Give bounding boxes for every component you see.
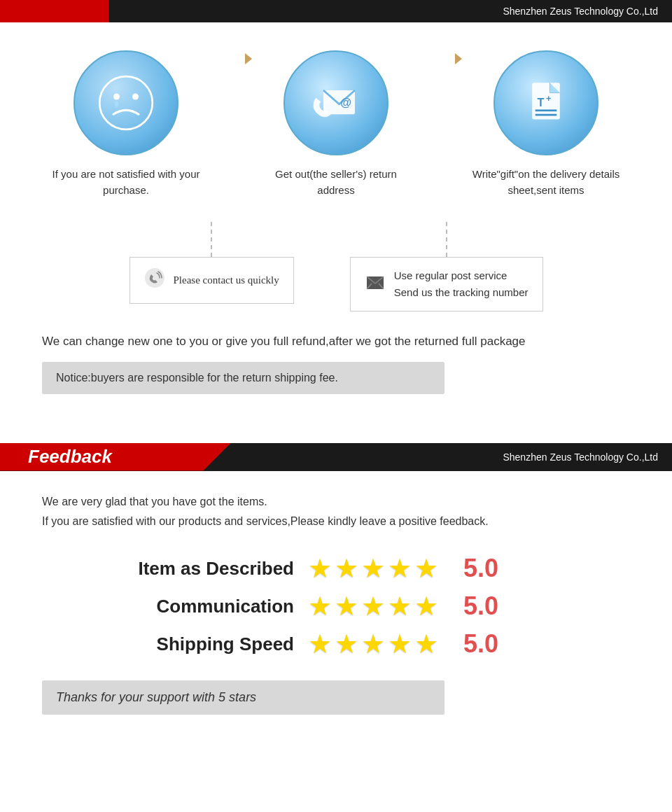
step-1: If you are not satisfied with your purch… [49, 50, 203, 198]
notice-box: Notice:buyers are responsible for the re… [42, 362, 444, 394]
step3-text: Write"gift"on the delivery details sheet… [469, 167, 623, 198]
info-text: We can change new one to you or give you… [42, 332, 630, 351]
star-icon: ★ [414, 591, 438, 622]
svg-text:@: @ [340, 96, 351, 108]
post-action-text: Use regular post service Send us the tra… [394, 267, 528, 301]
header-banner: Shenzhen Zeus Technology Co.,Ltd [0, 0, 672, 22]
svg-point-1 [113, 94, 120, 100]
star-icon: ★ [308, 591, 332, 622]
step-3: T + Write"gift"on the delivery details s… [469, 50, 623, 198]
step1-text: If you are not satisfied with your purch… [49, 167, 203, 198]
contact-action-text: Please contact us quickly [174, 274, 279, 286]
steps-row: If you are not satisfied with your purch… [42, 50, 630, 198]
post-action-box: Use regular post service Send us the tra… [350, 257, 543, 312]
feedback-intro-line1: We are very glad that you have got the i… [42, 492, 630, 512]
star-icon: ★ [308, 629, 332, 659]
rating-stars: ★★★★★ [308, 553, 438, 584]
arrow-2 [413, 50, 469, 123]
star-icon: ★ [388, 591, 412, 622]
feedback-section: We are very glad that you have got the i… [0, 471, 672, 743]
post-line1: Use regular post service [394, 267, 528, 284]
rating-score: 5.0 [463, 592, 498, 621]
star-icon: ★ [388, 553, 412, 584]
phone-contact-icon [144, 267, 165, 293]
star-icon: ★ [414, 553, 438, 584]
star-icon: ★ [361, 553, 385, 584]
post-line2: Send us the tracking number [394, 284, 528, 301]
arrow-1 [203, 50, 259, 123]
feedback-intro: We are very glad that you have got the i… [42, 492, 630, 533]
ratings-table: Item as Described★★★★★5.0Communication★★… [42, 553, 630, 659]
phone-email-icon: @ [304, 71, 368, 134]
svg-point-3 [115, 101, 118, 107]
dashed-line-1 [211, 222, 212, 257]
star-icon: ★ [308, 553, 332, 584]
sad-face-icon-circle [74, 50, 178, 155]
svg-point-2 [132, 94, 139, 100]
feedback-banner: Feedback Shenzhen Zeus Technology Co.,Lt… [0, 443, 672, 471]
rating-score: 5.0 [463, 554, 498, 583]
rating-stars: ★★★★★ [308, 591, 438, 622]
star-icon: ★ [335, 629, 358, 659]
rating-row: Shipping Speed★★★★★5.0 [98, 629, 630, 659]
rating-stars: ★★★★★ [308, 629, 438, 659]
step2-text: Get out(the seller's) return address [259, 167, 413, 198]
sad-face-icon [94, 71, 158, 134]
header-company: Shenzhen Zeus Technology Co.,Ltd [503, 6, 658, 17]
star-icon: ★ [335, 553, 358, 584]
feedback-intro-line2: If you are satisfied with our products a… [42, 512, 630, 532]
document-icon: T + [514, 71, 578, 134]
post-icon [365, 272, 386, 298]
rating-score: 5.0 [463, 629, 498, 659]
star-icon: ★ [414, 629, 438, 659]
arrow-right-icon-2 [420, 50, 462, 67]
rating-label: Shipping Speed [98, 634, 294, 655]
arrow-right-icon [210, 50, 252, 67]
rating-row: Item as Described★★★★★5.0 [98, 553, 630, 584]
star-icon: ★ [388, 629, 412, 659]
star-icon: ★ [335, 591, 358, 622]
phone-icon-circle: @ [284, 50, 388, 155]
svg-text:+: + [546, 94, 551, 104]
svg-marker-5 [245, 53, 252, 64]
contact-action-box: Please contact us quickly [130, 257, 294, 304]
star-icon: ★ [361, 591, 385, 622]
rating-label: Item as Described [98, 558, 294, 580]
star-icon: ★ [361, 629, 385, 659]
feedback-label: Feedback [28, 446, 112, 468]
dashed-line-2 [446, 222, 447, 257]
svg-marker-9 [455, 53, 462, 64]
thanks-box: Thanks for your support with 5 stars [42, 680, 444, 715]
rating-label: Communication [98, 596, 294, 617]
svg-text:T: T [537, 96, 544, 108]
feedback-company: Shenzhen Zeus Technology Co.,Ltd [503, 451, 658, 463]
document-icon-circle: T + [493, 50, 598, 155]
svg-point-0 [99, 76, 153, 130]
rating-row: Communication★★★★★5.0 [98, 591, 630, 622]
return-section: If you are not satisfied with your purch… [0, 22, 672, 415]
step-2: @ Get out(the seller's) return address [259, 50, 413, 198]
